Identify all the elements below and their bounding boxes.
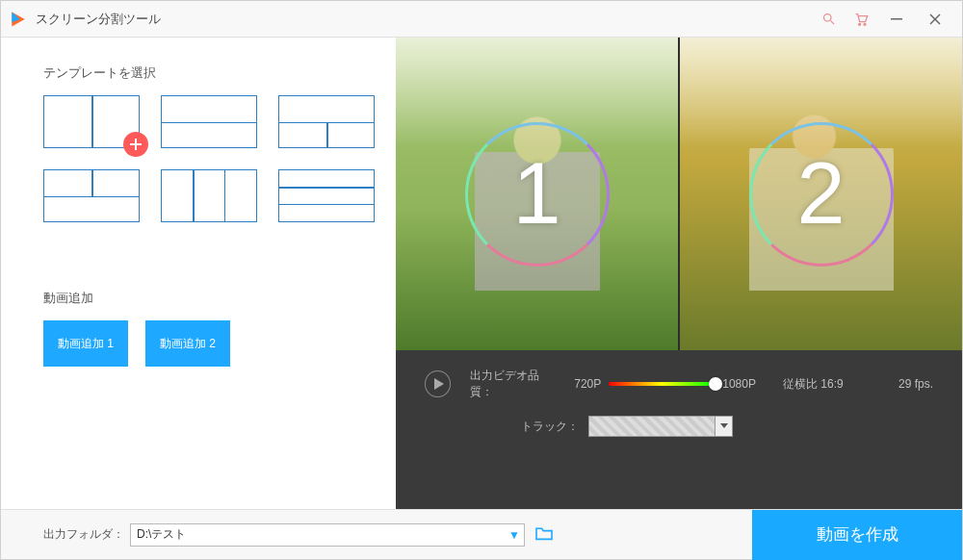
track-select[interactable] bbox=[588, 416, 733, 437]
quality-low-label: 720P bbox=[574, 377, 601, 391]
body: テンプレートを選択 bbox=[1, 38, 962, 509]
template-section-label: テンプレートを選択 bbox=[43, 64, 367, 82]
svg-line-1 bbox=[830, 20, 834, 24]
slider-track[interactable] bbox=[609, 382, 715, 386]
template-grid bbox=[43, 95, 367, 222]
template-option-4[interactable] bbox=[43, 169, 140, 222]
track-label: トラック： bbox=[521, 419, 579, 435]
app-logo-icon bbox=[9, 10, 28, 29]
add-video-label: 動画追加 bbox=[43, 290, 367, 307]
template-option-3[interactable] bbox=[278, 95, 375, 148]
dropdown-arrow-icon[interactable]: ▼ bbox=[508, 528, 520, 542]
window-title: スクリーン分割ツール bbox=[36, 11, 161, 28]
search-icon[interactable] bbox=[812, 1, 845, 38]
browse-folder-icon[interactable] bbox=[534, 525, 554, 545]
left-panel: テンプレートを選択 bbox=[1, 38, 396, 509]
quality-label: 出力ビデオ品質： bbox=[470, 368, 560, 400]
template-option-2[interactable] bbox=[161, 95, 257, 148]
svg-point-0 bbox=[823, 14, 831, 22]
app-window: スクリーン分割ツール テンプレートを選択 bbox=[0, 0, 963, 560]
output-folder-label: 出力フォルダ： bbox=[43, 526, 124, 543]
output-folder-value: D:\テスト bbox=[137, 526, 186, 543]
add-video-button-2[interactable]: 動画追加 2 bbox=[145, 320, 230, 367]
output-folder-input[interactable]: D:\テスト ▼ bbox=[130, 523, 525, 547]
template-option-5[interactable] bbox=[161, 169, 257, 222]
footer-bar: 出力フォルダ： D:\テスト ▼ 動画を作成 bbox=[1, 509, 962, 559]
add-video-button-1[interactable]: 動画追加 1 bbox=[43, 320, 128, 367]
template-option-1[interactable] bbox=[43, 95, 140, 148]
add-video-section: 動画追加 動画追加 1 動画追加 2 bbox=[43, 290, 367, 367]
slider-thumb[interactable] bbox=[709, 377, 722, 391]
svg-rect-4 bbox=[891, 18, 902, 20]
plus-icon bbox=[123, 132, 148, 157]
svg-point-2 bbox=[859, 23, 861, 25]
fps-display: 29 fps. bbox=[898, 377, 933, 391]
quality-high-label: 1080P bbox=[722, 377, 756, 391]
chevron-down-icon bbox=[715, 417, 732, 436]
preview-area: 1 2 bbox=[396, 38, 962, 350]
play-button[interactable] bbox=[425, 370, 451, 397]
close-button[interactable] bbox=[916, 1, 954, 38]
right-panel: 1 2 出力ビデオ品質： 720P bbox=[396, 38, 962, 509]
minimize-button[interactable] bbox=[877, 1, 916, 38]
aspect-ratio: 従横比 16:9 bbox=[783, 376, 844, 393]
pane-number-2: 2 bbox=[749, 122, 894, 267]
preview-pane-2[interactable]: 2 bbox=[680, 38, 962, 350]
cart-icon[interactable] bbox=[845, 1, 877, 38]
title-bar: スクリーン分割ツール bbox=[1, 1, 962, 38]
controls-bar: 出力ビデオ品質： 720P 1080P 従横比 16:9 29 fp bbox=[396, 350, 962, 509]
quality-slider[interactable]: 720P 1080P bbox=[574, 377, 756, 391]
preview-pane-1[interactable]: 1 bbox=[396, 38, 678, 350]
create-video-button[interactable]: 動画を作成 bbox=[752, 510, 962, 560]
template-option-6[interactable] bbox=[278, 169, 375, 222]
pane-number-1: 1 bbox=[465, 122, 610, 267]
svg-point-3 bbox=[864, 23, 866, 25]
